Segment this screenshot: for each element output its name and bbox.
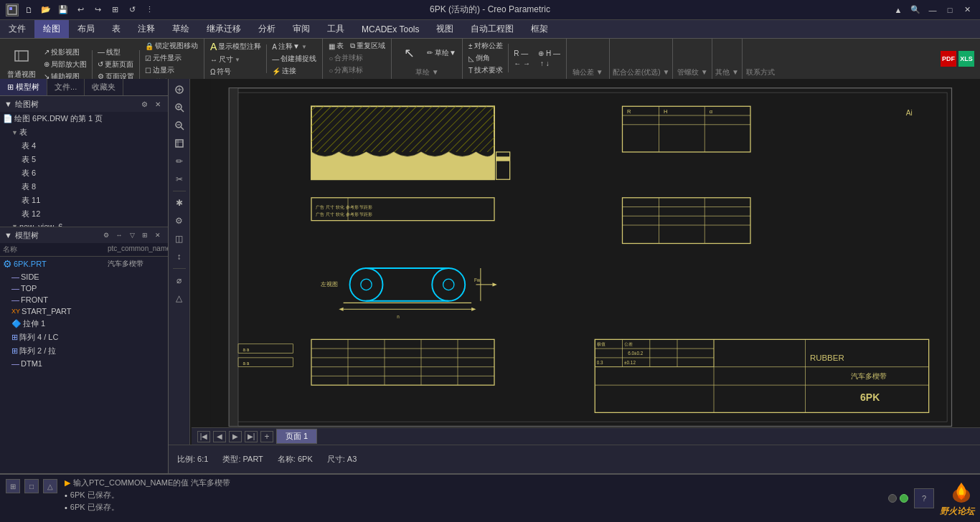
extrude-1-item[interactable]: 🔷 拉伸 1 [0,317,168,331]
more-btn[interactable]: ⊞ [108,3,122,17]
drawing-tree-root[interactable]: 📄 绘图 6PK.DRW 的第 1 页 [0,112,168,125]
select-btn[interactable]: ✏ [171,153,187,169]
menu-drawing[interactable]: 绘图 [34,20,69,38]
cut-btn[interactable]: ✂ [171,171,187,187]
view-btn[interactable]: ◫ [171,231,187,247]
menu-view[interactable]: 视图 [428,20,462,38]
component-display-btn[interactable]: ☑ 元件显示 [142,52,184,64]
undo-btn[interactable]: ↩ [73,3,88,17]
menu-auto-drawing[interactable]: 自动工程图 [462,20,522,38]
menu-file[interactable]: 文件 [0,20,34,38]
help-icon[interactable]: ? [914,488,934,508]
menu-annotation[interactable]: 注释 [129,20,164,38]
diam-btn[interactable]: ⌀ [171,272,187,288]
settings-quick-btn[interactable]: ⋮ [142,3,156,17]
projection-view-btn[interactable]: ↗ 投影视图 [41,47,83,58]
open-btn[interactable]: 📂 [39,3,53,17]
normal-view-btn[interactable]: 普通视图 [3,48,40,81]
minimize-btn[interactable]: — [925,3,940,17]
new-btn[interactable]: 🗋 [22,3,36,17]
new-view-6-item[interactable]: ▼ new_view_6 [0,221,168,227]
tech-req-btn[interactable]: T 技术要求 [466,65,506,76]
arrows-h-btn[interactable]: ← → [511,59,533,68]
model-root-item[interactable]: ⚙ 6PK.PRT 汽车多楔带 [0,257,168,271]
front-item[interactable]: — FRONT [0,294,168,305]
bottom-icon-1[interactable]: ⊞ [6,479,20,493]
drawing-tree-collapse[interactable]: ▼ [4,100,12,108]
note-btn[interactable]: A 注释▼ ▼ [269,41,310,52]
table-5-item[interactable]: 表 5 [0,153,168,166]
edge-display-btn[interactable]: ☐ 边显示 [142,65,177,76]
pattern-4-item[interactable]: ⊞ 阵列 4 / LC [0,331,168,344]
drawing-tree-scroll[interactable]: 📄 绘图 6PK.DRW 的第 1 页 ▼ 表 表 4 表 5 表 6 表 8 … [0,112,168,227]
repeat-region-btn[interactable]: ⧉ 重复区域 [347,40,388,52]
arrow-btn[interactable]: ↖ [395,44,423,62]
tab-favorites[interactable]: 收藏夹 [85,79,123,95]
model-tree-filter-btn[interactable]: ▽ [126,229,138,241]
add-page-btn[interactable]: + [260,431,273,442]
start-part-item[interactable]: XY START_PART [0,305,168,317]
linetype-btn[interactable]: — 线型 [95,47,123,58]
tab-files[interactable]: 文件... [47,79,85,95]
top-item[interactable]: — TOP [0,283,168,294]
connect-btn[interactable]: ⚡ 连接 [269,65,299,77]
sym-tol-btn[interactable]: ± 对称公差 [466,40,506,52]
arrows-v-btn[interactable]: ↑ ↓ [537,59,552,68]
model-tree-expand-btn[interactable]: ↔ [113,229,125,241]
snap-line-btn[interactable]: — 创建捕捉线 [269,53,319,65]
help-search-btn[interactable]: ▲ [891,3,905,17]
bottom-icon-2[interactable]: □ [24,479,39,493]
zoom-in-btn[interactable] [171,100,187,115]
zoom-out-btn[interactable] [171,118,187,133]
menu-review[interactable]: 审阅 [284,20,319,38]
prev-page-btn[interactable]: ◀ [213,431,226,442]
symbol-btn[interactable]: Ω 符号 [207,66,234,77]
zoom-fit-btn[interactable] [171,82,187,98]
merge-balloon-btn[interactable]: ○ 合并球标 [326,52,366,64]
menu-table[interactable]: 表 [103,20,129,38]
update-page-btn[interactable]: ↺ 更新页面 [95,59,136,70]
tree-settings-btn[interactable]: ⚙ [138,98,150,110]
redo-btn[interactable]: ↪ [90,3,105,17]
refresh-btn[interactable]: ↺ [125,3,139,17]
table-4-item[interactable]: 表 4 [0,139,168,153]
bottom-icon-3[interactable]: △ [43,479,57,493]
menu-tools[interactable]: 工具 [319,20,353,38]
table-11-item[interactable]: 表 11 [0,194,168,207]
tab-model-tree[interactable]: ⊞ 模型树 [0,79,47,95]
redraw-btn[interactable] [171,136,187,151]
model-tree-scroll[interactable]: ⚙ 6PK.PRT 汽车多楔带 — SIDE — TOP — FRONT [0,257,168,473]
dimension-btn[interactable]: ↔ 尺寸 ▼ [207,54,243,65]
search-btn[interactable]: 🔍 [908,3,923,17]
d-btn[interactable]: ⊕ H — [535,49,563,58]
split-balloon-btn[interactable]: ○ 分离球标 [326,65,366,76]
menu-sketch[interactable]: 草绘 [164,20,198,38]
model-tree-collapse[interactable]: ▼ [4,231,12,239]
table-6-item[interactable]: 表 6 [0,166,168,180]
extra-btn1[interactable]: ✱ [171,195,187,211]
first-page-btn[interactable]: |◀ [197,431,210,442]
maximize-btn[interactable]: □ [943,3,957,17]
tree-close-btn[interactable]: ✕ [152,98,164,110]
menu-frame[interactable]: 框架 [522,20,557,38]
chamfer-btn[interactable]: ◺ 倒角 [466,52,493,64]
menu-layout[interactable]: 布局 [69,20,103,38]
drawing-table-node[interactable]: ▼ 表 [0,125,168,139]
side-item[interactable]: — SIDE [0,271,168,283]
pattern-2-item[interactable]: ⊞ 阵列 2 / 拉 [0,344,168,358]
lock-view-btn[interactable]: 🔒 锁定视图移动 [142,40,201,52]
triangle-btn[interactable]: △ [171,290,187,306]
table-8-item[interactable]: 表 8 [0,180,168,194]
drawing-area[interactable]: R H α 广告 尺寸 软化 参考形 节距形 广告 尺寸 软化 参考形 节距形 [192,79,980,445]
model-tree-settings-btn[interactable]: ⚙ [100,229,112,241]
model-tree-close-btn[interactable]: ✕ [152,229,164,241]
r-btn[interactable]: R — [511,49,531,58]
dtm1-item[interactable]: — DTM1 [0,358,168,369]
detail-view-btn[interactable]: ⊕ 局部放大图 [41,59,90,70]
page-1-tab[interactable]: 页面 1 [276,429,317,444]
model-tree-more-btn[interactable]: ⊞ [139,229,151,241]
close-btn[interactable]: ✕ [960,3,974,17]
menu-inherit[interactable]: 继承迁移 [198,20,250,38]
menu-analysis[interactable]: 分析 [250,20,284,38]
table-12-item[interactable]: 表 12 [0,207,168,221]
